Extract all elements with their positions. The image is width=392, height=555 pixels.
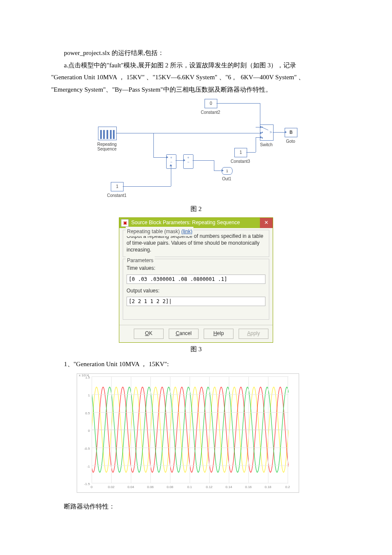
x-tick-label: 0 (91, 484, 92, 490)
x-tick-label: 0.06 (147, 484, 154, 490)
switch-label: Switch (260, 141, 272, 149)
x-tick-label: 0.2 (285, 484, 290, 490)
help-button[interactable]: Help (204, 329, 233, 339)
x-tick-label: 0.12 (206, 484, 213, 490)
figure3-caption: 图 3 (51, 343, 341, 356)
sum-block-2: +− (183, 154, 193, 169)
output-values-label: Output values: (127, 286, 265, 296)
constant2-block: 0 (205, 99, 217, 108)
x-tick-label: 0.18 (265, 484, 271, 490)
mask-description-group: Repeating table (mask) (link) Output a r… (123, 230, 269, 257)
apply-button[interactable]: Apply (239, 329, 268, 339)
y-exponent-label: x 10^4 (79, 372, 89, 379)
constant3-block: 1 (234, 148, 247, 157)
x-tick-label: 0.14 (225, 484, 232, 490)
x-tick-label: 0.02 (108, 484, 115, 490)
goto-label: Goto (286, 137, 295, 145)
x-tick-label: 0.08 (167, 484, 173, 490)
scope-plot-area: -1.5-1-0.500.511.5x 10^4 (92, 376, 288, 483)
voltage-scope: -1.5-1-0.500.511.5x 10^4 00.020.040.060.… (77, 373, 299, 493)
dialog-icon: ▣ (121, 219, 129, 227)
intro-line1: power_project.slx 的运行结果,包括： (51, 47, 341, 59)
constant1-label: Constant1 (107, 191, 127, 199)
constant2-label: Constant2 (201, 108, 220, 116)
mask-legend-link[interactable]: (link) (181, 228, 192, 234)
time-values-input[interactable] (127, 275, 265, 284)
repeating-sequence-block (98, 127, 117, 140)
parameters-legend: Parameters (126, 256, 155, 266)
intro-line2c: "Emergency System"、"By—Pass System"中的三相电… (51, 84, 341, 96)
y-tick-label: 1 (88, 392, 90, 399)
scope-x-axis: 00.020.040.060.080.10.120.140.160.180.2 (92, 484, 288, 490)
repeating-label2: Sequence (97, 145, 116, 153)
y-tick-label: -1 (87, 463, 90, 470)
y-tick-label: -0.5 (84, 445, 90, 452)
cancel-button[interactable]: Cancel (169, 329, 199, 339)
x-tick-label: 0.16 (245, 484, 252, 490)
figure2-caption: 图 2 (51, 203, 341, 215)
y-tick-label: 0 (88, 428, 90, 434)
breaker-characteristic-label: 断路器动作特性： (51, 500, 341, 513)
constant3-label: Constant3 (231, 157, 250, 165)
intro-line2a: a.点击模型中的"fault"模块,展开如图 2 所示，设置故障发生的时刻（如图… (51, 59, 341, 72)
y-tick-label: -1.5 (84, 481, 90, 487)
out1-label: Out1 (222, 175, 231, 183)
parameters-dialog: ▣ Source Block Parameters: Repeating Seq… (119, 218, 273, 343)
dialog-title-text: Source Block Parameters: Repeating Seque… (131, 218, 240, 228)
simulink-diagram: 0 Constant2 Repeating Sequence 1 Constan… (94, 99, 298, 201)
ok-button[interactable]: OK (134, 329, 164, 339)
section1-heading: 1、"Generation Unit 10MVA ， 15KV": (51, 358, 341, 370)
intro-line2b: "Generation Unit 10MVA ， 15KV" 、"15KV—6.… (51, 71, 341, 84)
constant1-block: 1 (111, 182, 124, 191)
mask-legend-text: Repeating table (mask) (127, 228, 180, 234)
parameters-group: Parameters Time values: Output values: (123, 259, 269, 320)
x-tick-label: 0.04 (127, 484, 134, 490)
y-tick-label: 0.5 (85, 410, 90, 416)
dialog-button-row: OK Cancel Help Apply (119, 325, 273, 342)
close-icon[interactable]: ✕ (260, 218, 273, 228)
output-values-input[interactable] (127, 297, 265, 306)
x-tick-label: 0.1 (187, 484, 192, 490)
